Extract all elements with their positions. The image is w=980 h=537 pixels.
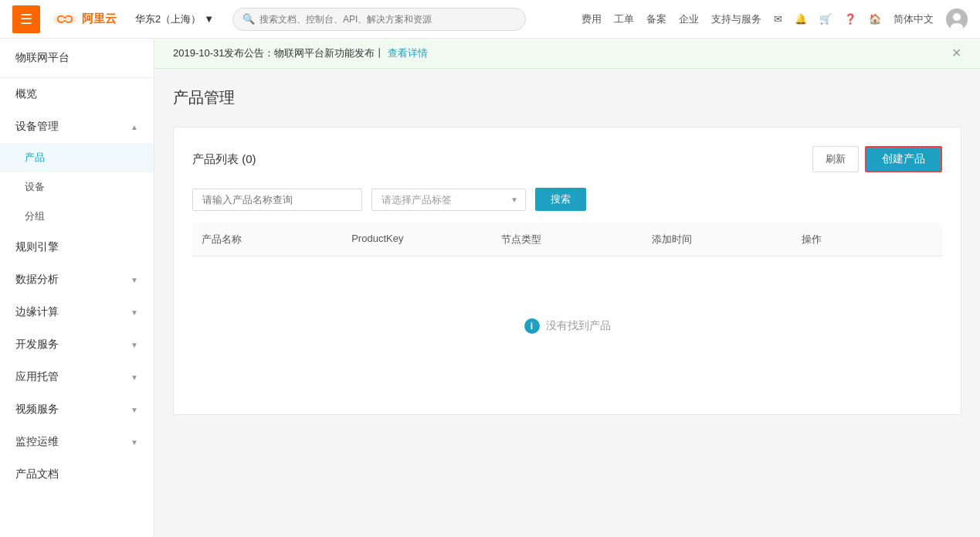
search-button[interactable]: 搜索 bbox=[535, 188, 586, 211]
empty-row: i 没有找到产品 bbox=[524, 318, 611, 334]
col-header-product-key: ProductKey bbox=[342, 233, 492, 246]
avatar[interactable] bbox=[946, 8, 968, 30]
page-title: 产品管理 bbox=[173, 87, 961, 108]
data-analysis-label: 数据分析 bbox=[15, 273, 59, 287]
sidebar-item-product-docs[interactable]: 产品文档 bbox=[0, 458, 154, 491]
sidebar-item-app-hosting[interactable]: 应用托管 ▼ bbox=[0, 361, 154, 393]
region-label: 华东2（上海） bbox=[135, 12, 201, 26]
tag-filter-wrapper: 请选择产品标签 ▼ bbox=[371, 189, 526, 211]
device-mgmt-chevron: ▲ bbox=[131, 123, 138, 131]
announcement-body: 2019-10-31发布公告：物联网平台新功能发布丨 bbox=[173, 47, 385, 59]
svg-rect-1 bbox=[63, 16, 66, 18]
search-icon: 🔍 bbox=[242, 13, 255, 25]
sidebar-item-video-service[interactable]: 视频服务 ▼ bbox=[0, 393, 154, 426]
announcement-banner: 2019-10-31发布公告：物联网平台新功能发布丨 查看详情 ✕ bbox=[154, 39, 980, 69]
help-icon[interactable]: ❓ bbox=[844, 13, 856, 25]
sidebar: 物联网平台 概览 设备管理 ▲ 产品 设备 分组 规则引擎 数据分析 ▼ 边缘计… bbox=[0, 39, 154, 537]
sidebar-platform-label: 物联网平台 bbox=[0, 39, 154, 78]
product-panel: 产品列表 (0) 刷新 创建产品 请选择产品标签 ▼ 搜索 bbox=[173, 127, 961, 415]
announcement-text: 2019-10-31发布公告：物联网平台新功能发布丨 查看详情 bbox=[173, 46, 428, 60]
search-input[interactable] bbox=[259, 14, 516, 25]
device-mgmt-label: 设备管理 bbox=[15, 120, 59, 134]
nav-icp[interactable]: 备案 bbox=[646, 12, 666, 26]
product-name-filter[interactable] bbox=[192, 189, 362, 211]
nav-support[interactable]: 支持与服务 bbox=[711, 12, 761, 26]
content-area: 2019-10-31发布公告：物联网平台新功能发布丨 查看详情 ✕ 产品管理 产… bbox=[154, 39, 980, 537]
app-hosting-label: 应用托管 bbox=[15, 370, 59, 384]
filter-row: 请选择产品标签 ▼ 搜索 bbox=[192, 188, 942, 211]
search-bar: 🔍 bbox=[232, 8, 526, 31]
refresh-button[interactable]: 刷新 bbox=[812, 146, 859, 172]
avatar-icon bbox=[946, 8, 968, 30]
logo: 阿里云 bbox=[53, 11, 117, 28]
panel-actions: 刷新 创建产品 bbox=[812, 146, 942, 172]
announcement-link[interactable]: 查看详情 bbox=[388, 47, 428, 59]
dev-service-label: 开发服务 bbox=[15, 338, 59, 352]
create-product-button[interactable]: 创建产品 bbox=[865, 146, 942, 172]
top-nav: ☰ 阿里云 华东2（上海） ▼ 🔍 费用 工单 备案 企业 支持与服务 ✉ 🔔 … bbox=[0, 0, 980, 39]
svg-rect-2 bbox=[63, 20, 66, 22]
col-header-node-type: 节点类型 bbox=[492, 233, 642, 246]
sidebar-item-overview[interactable]: 概览 bbox=[0, 78, 154, 110]
product-tag-filter[interactable]: 请选择产品标签 bbox=[371, 189, 526, 211]
region-selector[interactable]: 华东2（上海） ▼ bbox=[129, 9, 220, 29]
hamburger-button[interactable]: ☰ bbox=[12, 5, 40, 33]
video-service-chevron: ▼ bbox=[131, 406, 138, 414]
col-header-add-time: 添加时间 bbox=[643, 233, 792, 246]
sidebar-item-dev-service[interactable]: 开发服务 ▼ bbox=[0, 328, 154, 361]
svg-point-4 bbox=[953, 13, 961, 21]
data-analysis-chevron: ▼ bbox=[131, 276, 138, 284]
sidebar-item-rule-engine[interactable]: 规则引擎 bbox=[0, 231, 154, 263]
language-selector[interactable]: 简体中文 bbox=[894, 12, 934, 26]
sidebar-item-monitor-ops[interactable]: 监控运维 ▼ bbox=[0, 426, 154, 458]
col-header-operation: 操作 bbox=[792, 233, 942, 246]
info-icon: i bbox=[524, 318, 540, 334]
monitor-ops-chevron: ▼ bbox=[131, 438, 138, 447]
panel-header: 产品列表 (0) 刷新 创建产品 bbox=[192, 146, 942, 172]
app-hosting-chevron: ▼ bbox=[131, 373, 138, 382]
bell-icon[interactable]: 🔔 bbox=[795, 13, 807, 25]
sidebar-item-data-analysis[interactable]: 数据分析 ▼ bbox=[0, 263, 154, 296]
sidebar-item-group[interactable]: 分组 bbox=[0, 202, 154, 231]
nav-ticket[interactable]: 工单 bbox=[614, 12, 634, 26]
sidebar-item-device-mgmt[interactable]: 设备管理 ▲ bbox=[0, 110, 154, 143]
cart-icon[interactable]: 🛒 bbox=[819, 13, 832, 25]
mail-icon[interactable]: ✉ bbox=[774, 13, 782, 25]
announcement-close-button[interactable]: ✕ bbox=[951, 47, 961, 59]
empty-state: i 没有找到产品 bbox=[192, 257, 942, 396]
edge-compute-chevron: ▼ bbox=[131, 308, 138, 317]
video-service-label: 视频服务 bbox=[15, 403, 59, 416]
monitor-ops-label: 监控运维 bbox=[15, 435, 59, 449]
page-content: 产品管理 产品列表 (0) 刷新 创建产品 请选择产品标签 bbox=[154, 69, 980, 537]
logo-text: 阿里云 bbox=[82, 12, 117, 26]
svg-rect-0 bbox=[53, 15, 76, 23]
dev-service-chevron: ▼ bbox=[131, 341, 138, 349]
nav-fee[interactable]: 费用 bbox=[582, 12, 602, 26]
region-arrow: ▼ bbox=[204, 13, 214, 25]
main-layout: 物联网平台 概览 设备管理 ▲ 产品 设备 分组 规则引擎 数据分析 ▼ 边缘计… bbox=[0, 39, 980, 537]
empty-message: 没有找到产品 bbox=[546, 319, 611, 333]
sidebar-item-product[interactable]: 产品 bbox=[0, 143, 154, 172]
panel-title: 产品列表 (0) bbox=[192, 152, 256, 167]
nav-right: 费用 工单 备案 企业 支持与服务 ✉ 🔔 🛒 ❓ 🏠 简体中文 bbox=[582, 8, 968, 30]
nav-enterprise[interactable]: 企业 bbox=[679, 12, 699, 26]
aliyun-logo-icon bbox=[53, 11, 77, 28]
col-header-product-name: 产品名称 bbox=[192, 233, 342, 246]
home-icon[interactable]: 🏠 bbox=[869, 13, 881, 25]
table-header: 产品名称 ProductKey 节点类型 添加时间 操作 bbox=[192, 223, 942, 257]
sidebar-item-device[interactable]: 设备 bbox=[0, 172, 154, 202]
edge-compute-label: 边缘计算 bbox=[15, 305, 59, 319]
sidebar-item-edge-compute[interactable]: 边缘计算 ▼ bbox=[0, 296, 154, 328]
